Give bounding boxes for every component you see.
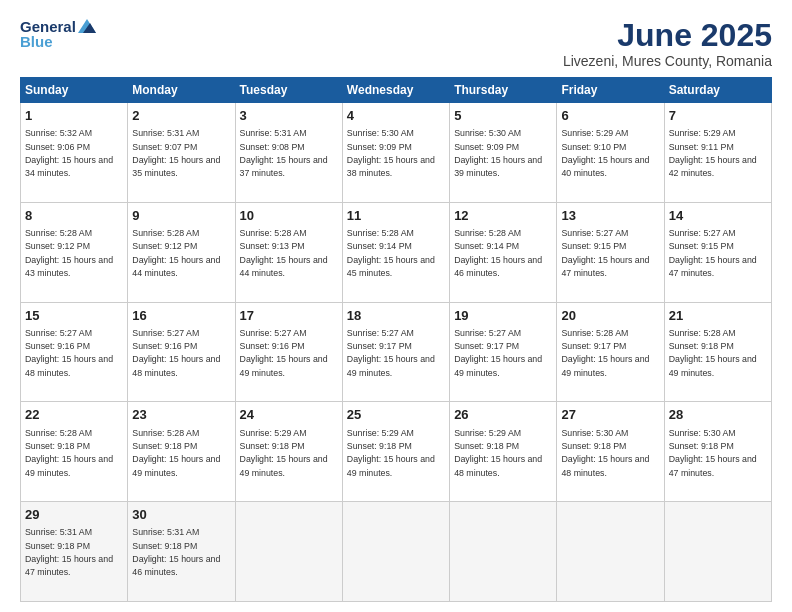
table-row: 1Sunrise: 5:32 AMSunset: 9:06 PMDaylight… (21, 103, 128, 203)
day-info: Sunrise: 5:29 AMSunset: 9:11 PMDaylight:… (669, 128, 757, 178)
day-number: 18 (347, 307, 445, 325)
table-row: 20Sunrise: 5:28 AMSunset: 9:17 PMDayligh… (557, 302, 664, 402)
day-info: Sunrise: 5:27 AMSunset: 9:16 PMDaylight:… (25, 328, 113, 378)
table-row: 28Sunrise: 5:30 AMSunset: 9:18 PMDayligh… (664, 402, 771, 502)
table-row: 13Sunrise: 5:27 AMSunset: 9:15 PMDayligh… (557, 202, 664, 302)
day-info: Sunrise: 5:28 AMSunset: 9:18 PMDaylight:… (669, 328, 757, 378)
table-row: 12Sunrise: 5:28 AMSunset: 9:14 PMDayligh… (450, 202, 557, 302)
day-info: Sunrise: 5:27 AMSunset: 9:17 PMDaylight:… (347, 328, 435, 378)
day-info: Sunrise: 5:28 AMSunset: 9:13 PMDaylight:… (240, 228, 328, 278)
day-number: 27 (561, 406, 659, 424)
day-number: 2 (132, 107, 230, 125)
header-tuesday: Tuesday (235, 78, 342, 103)
day-info: Sunrise: 5:27 AMSunset: 9:16 PMDaylight:… (132, 328, 220, 378)
day-info: Sunrise: 5:30 AMSunset: 9:18 PMDaylight:… (561, 428, 649, 478)
calendar-table: Sunday Monday Tuesday Wednesday Thursday… (20, 77, 772, 602)
calendar-week-row: 22Sunrise: 5:28 AMSunset: 9:18 PMDayligh… (21, 402, 772, 502)
header-friday: Friday (557, 78, 664, 103)
day-info: Sunrise: 5:28 AMSunset: 9:17 PMDaylight:… (561, 328, 649, 378)
table-row: 7Sunrise: 5:29 AMSunset: 9:11 PMDaylight… (664, 103, 771, 203)
day-info: Sunrise: 5:29 AMSunset: 9:18 PMDaylight:… (347, 428, 435, 478)
day-info: Sunrise: 5:30 AMSunset: 9:09 PMDaylight:… (347, 128, 435, 178)
header-monday: Monday (128, 78, 235, 103)
day-number: 17 (240, 307, 338, 325)
day-info: Sunrise: 5:29 AMSunset: 9:18 PMDaylight:… (454, 428, 542, 478)
day-number: 29 (25, 506, 123, 524)
logo-icon (78, 19, 96, 33)
header-wednesday: Wednesday (342, 78, 449, 103)
day-info: Sunrise: 5:27 AMSunset: 9:15 PMDaylight:… (669, 228, 757, 278)
day-info: Sunrise: 5:28 AMSunset: 9:18 PMDaylight:… (132, 428, 220, 478)
logo: General Blue (20, 18, 96, 50)
table-row (342, 502, 449, 602)
table-row: 9Sunrise: 5:28 AMSunset: 9:12 PMDaylight… (128, 202, 235, 302)
day-number: 25 (347, 406, 445, 424)
table-row: 6Sunrise: 5:29 AMSunset: 9:10 PMDaylight… (557, 103, 664, 203)
table-row: 22Sunrise: 5:28 AMSunset: 9:18 PMDayligh… (21, 402, 128, 502)
day-number: 5 (454, 107, 552, 125)
page: General Blue June 2025 Livezeni, Mures C… (0, 0, 792, 612)
day-number: 20 (561, 307, 659, 325)
table-row: 21Sunrise: 5:28 AMSunset: 9:18 PMDayligh… (664, 302, 771, 402)
day-info: Sunrise: 5:27 AMSunset: 9:16 PMDaylight:… (240, 328, 328, 378)
table-row: 11Sunrise: 5:28 AMSunset: 9:14 PMDayligh… (342, 202, 449, 302)
day-info: Sunrise: 5:28 AMSunset: 9:18 PMDaylight:… (25, 428, 113, 478)
day-number: 16 (132, 307, 230, 325)
day-number: 11 (347, 207, 445, 225)
day-info: Sunrise: 5:27 AMSunset: 9:17 PMDaylight:… (454, 328, 542, 378)
day-info: Sunrise: 5:27 AMSunset: 9:15 PMDaylight:… (561, 228, 649, 278)
day-number: 19 (454, 307, 552, 325)
day-number: 21 (669, 307, 767, 325)
table-row: 4Sunrise: 5:30 AMSunset: 9:09 PMDaylight… (342, 103, 449, 203)
table-row: 17Sunrise: 5:27 AMSunset: 9:16 PMDayligh… (235, 302, 342, 402)
day-info: Sunrise: 5:28 AMSunset: 9:12 PMDaylight:… (132, 228, 220, 278)
table-row: 26Sunrise: 5:29 AMSunset: 9:18 PMDayligh… (450, 402, 557, 502)
table-row: 8Sunrise: 5:28 AMSunset: 9:12 PMDaylight… (21, 202, 128, 302)
table-row (664, 502, 771, 602)
table-row: 14Sunrise: 5:27 AMSunset: 9:15 PMDayligh… (664, 202, 771, 302)
day-info: Sunrise: 5:28 AMSunset: 9:12 PMDaylight:… (25, 228, 113, 278)
table-row (450, 502, 557, 602)
day-number: 13 (561, 207, 659, 225)
table-row: 5Sunrise: 5:30 AMSunset: 9:09 PMDaylight… (450, 103, 557, 203)
day-number: 28 (669, 406, 767, 424)
weekday-header-row: Sunday Monday Tuesday Wednesday Thursday… (21, 78, 772, 103)
day-number: 8 (25, 207, 123, 225)
table-row: 18Sunrise: 5:27 AMSunset: 9:17 PMDayligh… (342, 302, 449, 402)
table-row: 30Sunrise: 5:31 AMSunset: 9:18 PMDayligh… (128, 502, 235, 602)
day-number: 23 (132, 406, 230, 424)
day-number: 30 (132, 506, 230, 524)
calendar-week-row: 8Sunrise: 5:28 AMSunset: 9:12 PMDaylight… (21, 202, 772, 302)
day-info: Sunrise: 5:30 AMSunset: 9:18 PMDaylight:… (669, 428, 757, 478)
day-info: Sunrise: 5:29 AMSunset: 9:18 PMDaylight:… (240, 428, 328, 478)
header-thursday: Thursday (450, 78, 557, 103)
table-row: 3Sunrise: 5:31 AMSunset: 9:08 PMDaylight… (235, 103, 342, 203)
day-info: Sunrise: 5:31 AMSunset: 9:18 PMDaylight:… (25, 527, 113, 577)
table-row: 23Sunrise: 5:28 AMSunset: 9:18 PMDayligh… (128, 402, 235, 502)
calendar-week-row: 15Sunrise: 5:27 AMSunset: 9:16 PMDayligh… (21, 302, 772, 402)
day-number: 24 (240, 406, 338, 424)
table-row (235, 502, 342, 602)
day-info: Sunrise: 5:28 AMSunset: 9:14 PMDaylight:… (347, 228, 435, 278)
calendar-week-row: 1Sunrise: 5:32 AMSunset: 9:06 PMDaylight… (21, 103, 772, 203)
header: General Blue June 2025 Livezeni, Mures C… (20, 18, 772, 69)
day-info: Sunrise: 5:29 AMSunset: 9:10 PMDaylight:… (561, 128, 649, 178)
table-row: 24Sunrise: 5:29 AMSunset: 9:18 PMDayligh… (235, 402, 342, 502)
day-number: 14 (669, 207, 767, 225)
logo-blue: Blue (20, 33, 53, 50)
main-title: June 2025 (563, 18, 772, 53)
day-info: Sunrise: 5:32 AMSunset: 9:06 PMDaylight:… (25, 128, 113, 178)
day-info: Sunrise: 5:31 AMSunset: 9:07 PMDaylight:… (132, 128, 220, 178)
title-block: June 2025 Livezeni, Mures County, Romani… (563, 18, 772, 69)
day-number: 22 (25, 406, 123, 424)
day-number: 15 (25, 307, 123, 325)
day-info: Sunrise: 5:30 AMSunset: 9:09 PMDaylight:… (454, 128, 542, 178)
day-info: Sunrise: 5:31 AMSunset: 9:08 PMDaylight:… (240, 128, 328, 178)
day-number: 10 (240, 207, 338, 225)
table-row: 2Sunrise: 5:31 AMSunset: 9:07 PMDaylight… (128, 103, 235, 203)
header-saturday: Saturday (664, 78, 771, 103)
subtitle: Livezeni, Mures County, Romania (563, 53, 772, 69)
day-number: 12 (454, 207, 552, 225)
day-number: 9 (132, 207, 230, 225)
header-sunday: Sunday (21, 78, 128, 103)
